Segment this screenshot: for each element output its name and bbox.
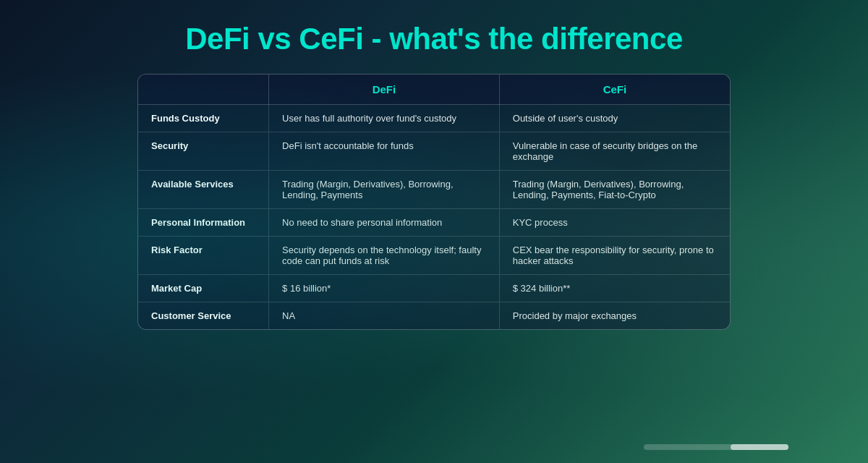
row-cefi-3: KYC process: [499, 209, 730, 237]
row-cefi-0: Outside of user's custody: [499, 105, 730, 132]
row-defi-2: Trading (Margin, Derivatives), Borrowing…: [269, 171, 500, 209]
page-title: DeFi vs CeFi - what's the difference: [185, 22, 683, 56]
row-defi-4: Security depends on the technology itsel…: [269, 237, 500, 275]
comparison-table-container: DeFi CeFi Funds CustodyUser has full aut…: [137, 74, 731, 330]
table-row: Available ServicesTrading (Margin, Deriv…: [138, 171, 730, 209]
row-defi-6: NA: [269, 302, 500, 330]
row-label-4: Risk Factor: [138, 237, 269, 275]
table-row: Risk FactorSecurity depends on the techn…: [138, 237, 730, 275]
table-row: SecurityDeFi isn't accountable for funds…: [138, 132, 730, 171]
table-row: Market Cap$ 16 billion*$ 324 billion**: [138, 275, 730, 302]
row-label-5: Market Cap: [138, 275, 269, 302]
row-label-1: Security: [138, 132, 269, 171]
row-cefi-6: Procided by major exchanges: [499, 302, 730, 330]
header-category: [138, 75, 269, 105]
table-header-row: DeFi CeFi: [138, 75, 730, 105]
row-defi-5: $ 16 billion*: [269, 275, 500, 302]
row-cefi-2: Trading (Margin, Derivatives), Borrowing…: [499, 171, 730, 209]
comparison-table: DeFi CeFi Funds CustodyUser has full aut…: [138, 75, 730, 329]
row-defi-3: No need to share personal information: [269, 209, 500, 237]
row-cefi-4: CEX bear the responsibility for security…: [499, 237, 730, 275]
table-row: Personal InformationNo need to share per…: [138, 209, 730, 237]
header-defi: DeFi: [269, 75, 500, 105]
row-cefi-1: Vulnerable in case of security bridges o…: [499, 132, 730, 171]
row-cefi-5: $ 324 billion**: [499, 275, 730, 302]
row-defi-0: User has full authority over fund's cust…: [269, 105, 500, 132]
row-label-6: Customer Service: [138, 302, 269, 330]
row-label-3: Personal Information: [138, 209, 269, 237]
scrollbar-track[interactable]: [644, 444, 788, 450]
table-row: Funds CustodyUser has full authority ove…: [138, 105, 730, 132]
row-label-2: Available Services: [138, 171, 269, 209]
table-row: Customer ServiceNAProcided by major exch…: [138, 302, 730, 330]
row-defi-1: DeFi isn't accountable for funds: [269, 132, 500, 171]
scrollbar-thumb[interactable]: [731, 444, 788, 450]
header-cefi: CeFi: [499, 75, 730, 105]
row-label-0: Funds Custody: [138, 105, 269, 132]
